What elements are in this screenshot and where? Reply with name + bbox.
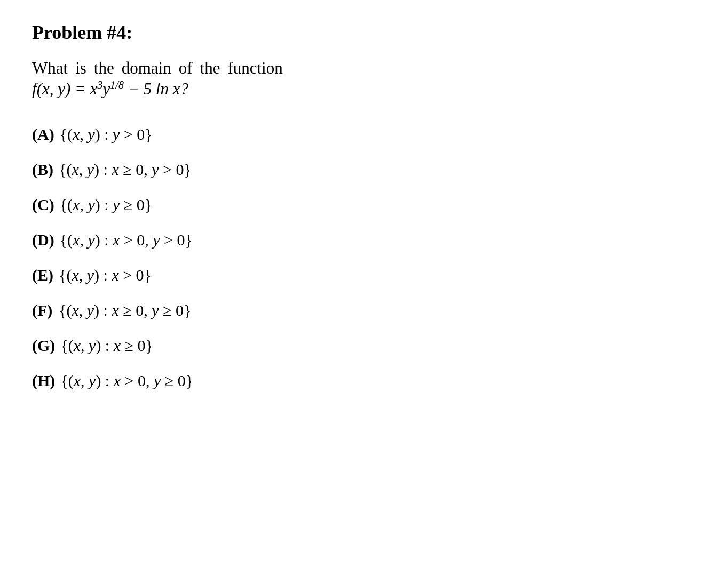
option-H-text: {(x, y) : x > 0, y ≥ 0} [60,372,193,390]
option-E-label: (E) [32,266,53,284]
option-B: (B) {(x, y) : x ≥ 0, y > 0} [32,161,696,179]
function-expression: f(x, y) = x3y1/8 − 5 ln x? [32,79,188,99]
option-D-label: (D) [32,231,54,249]
option-F-label: (F) [32,301,53,319]
question-line2: f(x, y) = x3y1/8 − 5 ln x? [32,79,696,99]
option-A-text: {(x, y) : y > 0} [60,125,153,143]
word-of: of [179,59,193,78]
option-F-text: {(x, y) : x ≥ 0, y ≥ 0} [59,301,191,319]
option-C-label: (C) [32,196,54,214]
option-F: (F) {(x, y) : x ≥ 0, y ≥ 0} [32,301,696,319]
option-D-text: {(x, y) : x > 0, y > 0} [60,231,193,249]
word-what: What [32,59,68,78]
option-G: (G) {(x, y) : x ≥ 0} [32,337,696,355]
word-is: is [75,59,86,78]
option-H-label: (H) [32,372,55,390]
word-function: function [227,59,282,78]
word-the2: the [200,59,220,78]
option-G-label: (G) [32,337,55,355]
option-D: (D) {(x, y) : x > 0, y > 0} [32,231,696,249]
option-B-text: {(x, y) : x ≥ 0, y > 0} [59,161,192,179]
question-line1: What is the domain of the function [32,59,696,78]
question-block: What is the domain of the function f(x, … [32,59,696,99]
word-the1: the [94,59,114,78]
option-G-text: {(x, y) : x ≥ 0} [60,337,153,355]
page-container: Problem #4: What is the domain of the fu… [32,21,696,390]
option-C-text: {(x, y) : y ≥ 0} [60,196,153,214]
problem-title: Problem #4: [32,21,696,44]
option-E: (E) {(x, y) : x > 0} [32,266,696,284]
option-E-text: {(x, y) : x > 0} [59,266,152,284]
options-list: (A) {(x, y) : y > 0} (B) {(x, y) : x ≥ 0… [32,125,696,390]
option-B-label: (B) [32,161,53,179]
option-H: (H) {(x, y) : x > 0, y ≥ 0} [32,372,696,390]
option-A: (A) {(x, y) : y > 0} [32,125,696,143]
option-A-label: (A) [32,125,54,143]
word-domain: domain [122,59,171,78]
option-C: (C) {(x, y) : y ≥ 0} [32,196,696,214]
